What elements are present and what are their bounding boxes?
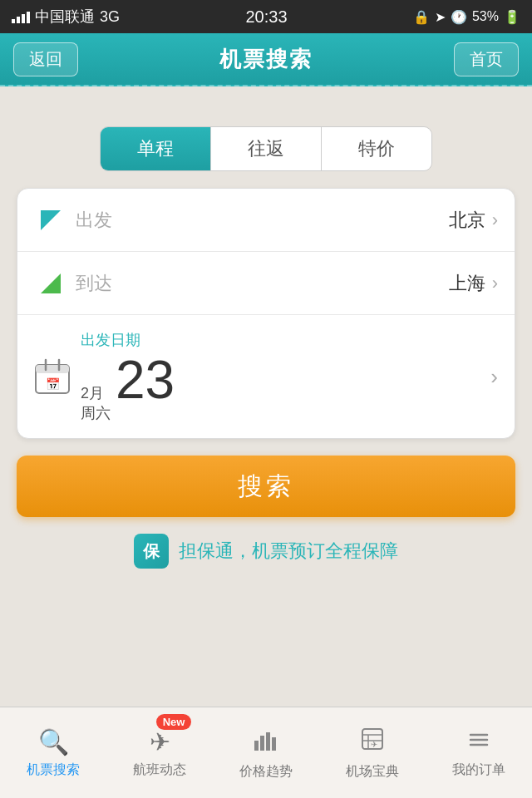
network-label: 3G: [100, 8, 120, 26]
tab-special[interactable]: 特价: [322, 127, 431, 170]
tab-price-trend[interactable]: 价格趋势: [213, 707, 319, 798]
time-label: 20:33: [245, 7, 287, 27]
guarantee-text: 担保通，机票预订全程保障: [179, 539, 398, 564]
calendar-icon: 📅: [34, 358, 71, 395]
trip-type-selector: 单程 往返 特价: [100, 126, 432, 171]
date-row[interactable]: 📅 出发日期 2月 周六 23 ›: [17, 315, 515, 438]
date-month: 2月: [81, 383, 111, 403]
svg-rect-7: [254, 741, 259, 751]
date-info: 出发日期 2月 周六 23: [81, 330, 482, 423]
arrival-chevron: ›: [492, 273, 498, 294]
guarantee-icon: 保: [134, 534, 169, 569]
tab-price-label: 价格趋势: [239, 763, 293, 781]
search-card: 出发 北京 › 到达 上海 › 📅 出: [17, 188, 515, 439]
tab-my-orders[interactable]: 我的订单: [426, 707, 532, 798]
departure-value: 北京 ›: [449, 208, 498, 233]
date-detail: 2月 周六 23: [81, 353, 482, 423]
signal-icon: [12, 10, 30, 23]
status-left: 中国联通 3G: [12, 7, 120, 27]
arrival-icon: [34, 267, 67, 300]
tab-orders-label: 我的订单: [452, 761, 505, 779]
clock-icon: 🕐: [451, 9, 467, 25]
guarantee-banner[interactable]: 保 担保通，机票预订全程保障: [17, 534, 515, 569]
arrival-row[interactable]: 到达 上海 ›: [17, 252, 515, 315]
arrival-value: 上海 ›: [449, 271, 498, 296]
nav-bar: 返回 机票搜索 首页: [0, 33, 532, 86]
tab-airport-guide[interactable]: ✈ 机场宝典: [319, 707, 426, 798]
tab-flight-status[interactable]: New ✈ 航班动态: [106, 707, 213, 798]
bottom-tab-bar: 🔍 机票搜索 New ✈ 航班动态 价格趋势 ✈ 机场宝典: [0, 707, 532, 798]
tab-flight-label: 航班动态: [133, 761, 186, 779]
back-button[interactable]: 返回: [13, 42, 78, 76]
location-icon: ➤: [435, 9, 446, 25]
home-button[interactable]: 首页: [454, 42, 519, 76]
date-day: 23: [116, 353, 175, 406]
svg-rect-3: [36, 365, 69, 373]
tab-flight-search[interactable]: 🔍 机票搜索: [0, 707, 106, 798]
date-chevron: ›: [490, 364, 498, 390]
date-month-week: 2月 周六: [81, 383, 111, 423]
tab-roundtrip[interactable]: 往返: [211, 127, 322, 170]
arrival-label: 到达: [76, 271, 449, 296]
airport-icon: ✈: [359, 726, 386, 758]
svg-text:📅: 📅: [46, 377, 61, 392]
search-icon: 🔍: [38, 727, 69, 756]
orders-icon: [466, 727, 492, 756]
svg-marker-0: [41, 210, 61, 230]
departure-row[interactable]: 出发 北京 ›: [17, 189, 515, 252]
date-label: 出发日期: [81, 330, 482, 350]
tab-search-label: 机票搜索: [27, 761, 80, 779]
tab-oneway[interactable]: 单程: [101, 127, 211, 170]
departure-icon: [34, 204, 67, 237]
svg-rect-8: [260, 736, 264, 751]
svg-rect-10: [272, 737, 276, 751]
chart-icon: [253, 726, 279, 758]
departure-label: 出发: [76, 208, 449, 233]
lock-icon: 🔒: [413, 9, 430, 25]
tab-airport-label: 机场宝典: [346, 763, 399, 781]
search-button[interactable]: 搜索: [17, 456, 515, 517]
svg-text:✈: ✈: [371, 740, 377, 749]
status-right: 🔒 ➤ 🕐 53% 🔋: [413, 9, 520, 25]
svg-marker-1: [41, 273, 61, 293]
status-bar: 中国联通 3G 20:33 🔒 ➤ 🕐 53% 🔋: [0, 0, 532, 33]
departure-chevron: ›: [492, 209, 498, 231]
new-badge: New: [156, 714, 192, 730]
arrive-arrow-icon: [37, 270, 64, 297]
battery-label: 53%: [472, 9, 499, 24]
page-title: 机票搜索: [219, 45, 313, 74]
carrier-label: 中国联通: [35, 7, 95, 27]
svg-rect-9: [266, 732, 270, 751]
date-week: 周六: [81, 403, 111, 423]
depart-arrow-icon: [37, 207, 64, 234]
battery-icon: 🔋: [504, 9, 520, 25]
flight-icon: ✈: [150, 727, 170, 756]
